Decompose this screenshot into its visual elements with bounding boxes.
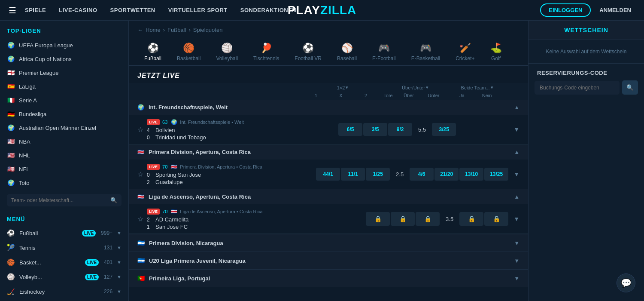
tab-baseball[interactable]: ⚾ Baseball	[330, 39, 364, 66]
tab-volleyball-icon: 🏐	[221, 43, 233, 54]
league-header-name-primera: Primera Division, Apertura, Costa Rica	[149, 149, 510, 155]
league-item-uefa[interactable]: 🌍 UEFA Europa League	[0, 38, 128, 52]
match-more-sporting[interactable]: ▼	[513, 171, 519, 178]
league-item-australian[interactable]: 🌍 Australian Open Männer Einzel	[0, 121, 128, 135]
eishockey-count: 226	[104, 289, 112, 295]
nav-sportwetten[interactable]: SPORTWETTEN	[110, 7, 155, 13]
tab-e-basketball[interactable]: 🎮 E-Basketball	[404, 39, 447, 66]
match-star-bolivien[interactable]: ☆	[137, 126, 143, 134]
match-star-sporting[interactable]: ☆	[137, 170, 143, 178]
match-league-info-adcarmelita: Liga de Ascenso, Apertura • Costa Rica	[180, 209, 262, 214]
league-name-nicaragua2: U20 Liga Primera Juvenil, Nicaragua	[149, 258, 514, 264]
league-header-int-freundschaft[interactable]: 🌍 Int. Freundschaftsspiele, Welt ▲	[129, 100, 528, 115]
odd-btn-bolivien-ou[interactable]: 3/25	[432, 123, 456, 136]
menu-title: MENÜ	[0, 211, 128, 226]
odd-btn-bolivien-x[interactable]: 3/5	[363, 123, 387, 136]
nav-spiele[interactable]: SPIELE	[25, 7, 46, 13]
league-header-primera[interactable]: 🇨🇷 Primera Division, Apertura, Costa Ric…	[129, 144, 528, 160]
odd-btn-sporting-ou3[interactable]: 13/10	[459, 168, 483, 181]
odd-btn-sporting-x[interactable]: 11/1	[341, 168, 365, 181]
tab-volleyball[interactable]: 🏐 Volleyball	[209, 39, 245, 66]
match-minute-bolivien: 63'	[162, 120, 168, 125]
col-sub-unter: Unter	[422, 93, 446, 98]
tab-basketball[interactable]: 🏀 Basketball	[170, 39, 207, 66]
menu-item-american-football[interactable]: 🏈 American Footb... 23 ▼	[0, 299, 128, 301]
odd-btn-locked-ou2[interactable]: 🔒	[484, 212, 508, 226]
volleyball-chevron: ▼	[117, 274, 122, 280]
odd-btn-sporting-ou1[interactable]: 4/6	[410, 168, 434, 181]
league-item-premier[interactable]: 🏴󠁧󠁢󠁥󠁮󠁧󠁿 Premier League	[0, 66, 128, 80]
menu-item-eishockey[interactable]: 🏒 Eishockey 226 ▼	[0, 284, 128, 299]
odd-btn-sporting-1[interactable]: 44/1	[316, 168, 340, 181]
login-button[interactable]: EINLOGGEN	[540, 3, 591, 17]
league-row-primera-nicaragua[interactable]: 🇳🇮 Primera Division, Nicaragua ▼	[129, 234, 528, 252]
match-more-adcarmelita[interactable]: ▼	[513, 215, 519, 222]
odd-btn-locked-2[interactable]: 🔒	[416, 212, 440, 226]
league-item-africa[interactable]: 🌍 Africa Cup of Nations	[0, 52, 128, 66]
reserv-search-button[interactable]: 🔍	[622, 80, 638, 95]
tab-e-football[interactable]: 🎮 E-Football	[365, 39, 403, 66]
league-name-uefa: UEFA Europa League	[19, 42, 73, 49]
tab-baseball-label: Baseball	[337, 55, 357, 61]
breadcrumb-home[interactable]: Home	[146, 27, 161, 33]
odd-btn-locked-1[interactable]: 🔒	[366, 212, 390, 226]
league-flag-laliga: 🇪🇸	[7, 83, 15, 90]
odd-btn-bolivien-1[interactable]: 6/5	[338, 123, 362, 136]
match-star-adcarmelita[interactable]: ☆	[137, 215, 143, 223]
odd-btn-locked-ou1[interactable]: 🔒	[459, 212, 483, 226]
match-row-adcarmelita: ☆ LIVE 70' 🇨🇷 Liga de Ascenso, Apertura …	[129, 204, 528, 234]
tab-football-vr[interactable]: ⚽ Football VR	[288, 39, 328, 66]
odd-btn-sporting-ou2[interactable]: 21/20	[434, 168, 459, 181]
match-team2-row-tobago: 0 Trinidad und Tobago	[147, 134, 244, 141]
league-item-toto[interactable]: 🌍 Toto	[0, 176, 128, 190]
breadcrumb-back[interactable]: ←	[137, 27, 143, 33]
col-header-ueberunter-chevron: ▾	[426, 85, 428, 90]
league-search-input[interactable]	[11, 197, 108, 203]
league-search-box[interactable]: 🔍	[7, 194, 122, 206]
menu-item-basketball[interactable]: 🏀 Basket... LIVE 401 ▼	[0, 255, 128, 270]
league-item-laliga[interactable]: 🇪🇸 LaLiga	[0, 80, 128, 93]
menu-icon[interactable]: ☰	[9, 5, 16, 15]
match-info-bolivien: LIVE 63' 🌍 Int. Freundschaftsspiele • We…	[147, 118, 244, 126]
league-flag-bundesliga: 🇩🇪	[7, 110, 15, 118]
menu-item-fussball[interactable]: ⚽ Fußball LIVE 999+ ▼	[0, 226, 128, 240]
col-header-1x2-chevron: ▾	[346, 85, 348, 90]
breadcrumb-fussball[interactable]: Fußball	[167, 27, 186, 33]
league-header-chevron-ligaascenso: ▲	[514, 194, 519, 200]
league-row-primeira-portugal[interactable]: 🇵🇹 Primeira Liga, Portugal ▼	[129, 269, 528, 287]
league-flag-uefa: 🌍	[7, 41, 15, 49]
odd-btn-locked-x[interactable]: 🔒	[391, 212, 415, 226]
tab-golf[interactable]: ⛳ Golf	[483, 39, 509, 66]
league-item-nfl[interactable]: 🇺🇸 NFL	[0, 162, 128, 176]
league-item-nba[interactable]: 🇺🇸 NBA	[0, 135, 128, 148]
nav-live-casino[interactable]: LIVE-CASINO	[59, 7, 97, 13]
chat-fab-button[interactable]: 💬	[617, 273, 635, 292]
odd-btn-sporting-ou4[interactable]: 13/25	[484, 168, 508, 181]
odd-btn-bolivien-2[interactable]: 9/2	[388, 123, 412, 136]
tab-tischtennis[interactable]: 🏓 Tischtennis	[246, 39, 286, 66]
league-item-nhl[interactable]: 🇺🇸 NHL	[0, 148, 128, 162]
col-sub-x: X	[329, 93, 353, 98]
reserv-code-input[interactable]	[535, 81, 620, 95]
fussball-live-badge: LIVE	[82, 230, 96, 236]
match-row-bolivien: ☆ LIVE 63' 🌍 Int. Freundschaftsspiele • …	[129, 115, 528, 144]
menu-item-tennis[interactable]: 🎾 Tennis 131 ▼	[0, 240, 128, 255]
match-live-badge-sporting: LIVE	[147, 164, 160, 170]
league-item-bundesliga[interactable]: 🇩🇪 Bundesliga	[0, 107, 128, 121]
register-button[interactable]: ANMELDEN	[595, 4, 635, 16]
menu-item-volleyball[interactable]: 🏐 Volleyb... LIVE 127 ▼	[0, 270, 128, 284]
league-header-name-intfreundschaft: Int. Freundschaftsspiele, Welt	[149, 104, 510, 111]
match-more-bolivien[interactable]: ▼	[513, 126, 519, 133]
nav-virtueller-sport[interactable]: VIRTUELLER SPORT	[168, 7, 228, 13]
match-tore-sporting: 2.5	[393, 171, 406, 178]
col-sub-nein: Nein	[475, 93, 499, 98]
league-header-ligaascenso[interactable]: 🇨🇷 Liga de Ascenso, Apertura, Costa Rica…	[129, 189, 528, 204]
league-item-seriea[interactable]: 🇮🇹 Serie A	[0, 93, 128, 107]
tab-cricket[interactable]: 🏏 Cricket+	[449, 39, 481, 66]
odd-btn-sporting-2[interactable]: 1/25	[366, 168, 390, 181]
league-row-u20-nicaragua[interactable]: 🇳🇮 U20 Liga Primera Juvenil, Nicaragua ▼	[129, 252, 528, 269]
league-chevron-nicaragua2: ▼	[514, 258, 519, 264]
tab-fussball[interactable]: ⚽ Fußball	[137, 39, 168, 66]
tennis-chevron: ▼	[117, 245, 122, 250]
tab-fussball-icon: ⚽	[147, 43, 159, 54]
